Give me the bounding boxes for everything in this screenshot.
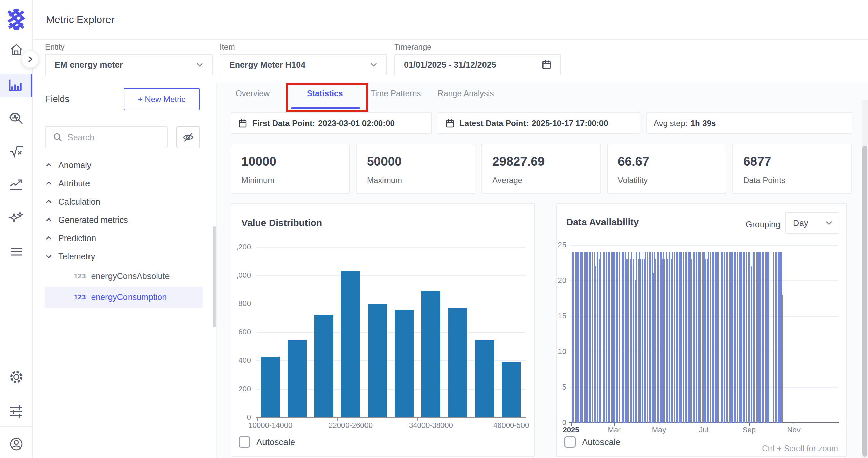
x-axis-tick	[257, 418, 258, 421]
field-search-input[interactable]	[67, 132, 159, 142]
app-logo-icon	[7, 9, 25, 32]
x-axis-label: Jul	[683, 425, 724, 434]
chevron-up-icon	[45, 161, 53, 169]
toggle-hidden-fields-button[interactable]	[176, 126, 200, 148]
chevron-down-icon	[196, 63, 203, 67]
tree-group-calculation[interactable]: Calculation	[33, 192, 217, 211]
fields-panel-scrollbar-thumb[interactable]	[213, 226, 216, 327]
stat-card-maximum: 50000Maximum	[356, 144, 475, 194]
x-axis-tick	[337, 418, 338, 421]
x-axis-label: May	[638, 425, 679, 434]
tree-item-label: energyConsumption	[91, 292, 167, 302]
value-distribution-card: Value Distribution 0200400600800,000,200…	[231, 203, 535, 457]
sidebar-item-menu[interactable]	[0, 240, 32, 264]
calendar-icon	[445, 118, 455, 128]
stat-value: 66.67	[618, 154, 649, 169]
chip-value: 2023-03-01 02:00:00	[318, 119, 395, 128]
info-chip-first-data-point: First Data Point:2023-03-01 02:00:00	[231, 112, 432, 134]
item-label: Item	[220, 43, 235, 52]
stat-value: 10000	[241, 154, 276, 169]
tree-group-telemetry[interactable]: Telemetry	[33, 247, 217, 266]
stat-label: Minimum	[241, 175, 274, 185]
tree-group-label: Calculation	[58, 197, 100, 207]
chip-label: Latest Data Point:	[459, 119, 529, 128]
gridline	[256, 332, 526, 333]
y-axis-label: 600	[231, 327, 251, 337]
item-select[interactable]: Energy Meter H104	[220, 54, 387, 75]
stat-card-data-points: 6877Data Points	[732, 144, 852, 194]
tab-time-patterns[interactable]: Time Patterns	[371, 89, 421, 98]
numeric-field-icon: 123	[74, 272, 86, 280]
timerange-label: Timerange	[394, 43, 431, 52]
data-availability-card: Data Availability Grouping Day 051015202…	[556, 203, 847, 457]
tree-item-energyconsumption[interactable]: 123energyConsumption	[45, 287, 203, 308]
tree-group-label: Prediction	[58, 233, 96, 243]
sidebar-item-settings[interactable]	[0, 365, 32, 389]
sidebar-item-profile[interactable]	[0, 432, 32, 456]
sidebar-item-trends[interactable]	[0, 172, 32, 196]
sidebar-item-calculation[interactable]	[0, 140, 32, 163]
autoscale-checkbox[interactable]	[239, 436, 250, 448]
histogram-bar	[288, 340, 307, 417]
tree-item-label: energyConsAbsolute	[91, 271, 170, 281]
fields-panel-title: Fields	[45, 94, 70, 104]
stat-card-minimum: 10000Minimum	[231, 144, 350, 194]
tree-item-energyconsabsolute[interactable]: 123energyConsAbsolute	[45, 266, 203, 287]
eye-off-icon	[182, 132, 194, 143]
y-axis-label: 200	[231, 384, 251, 394]
autoscale-checkbox[interactable]	[564, 436, 576, 448]
sidebar-item-ai-assistant[interactable]	[0, 207, 32, 230]
autoscale-toggle-left[interactable]: Autoscale	[239, 436, 295, 448]
sidebar-item-metric-explorer[interactable]	[0, 74, 32, 97]
y-axis-label: ,000	[231, 271, 251, 280]
timerange-picker[interactable]: 01/01/2025 - 31/12/2025	[394, 54, 561, 75]
tab-range-analysis[interactable]: Range Analysis	[438, 89, 494, 98]
chevron-down-icon	[45, 253, 53, 260]
chip-label: First Data Point:	[252, 119, 315, 128]
value-distribution-plot: 0200400600800,000,20010000-1400022000-26…	[231, 204, 536, 457]
chip-label: Avg step:	[654, 119, 688, 128]
trend-line-icon	[8, 176, 24, 192]
search-icon	[53, 133, 62, 142]
new-metric-button[interactable]: + New Metric	[124, 88, 200, 110]
x-axis-label: Mar	[594, 425, 635, 434]
y-axis-label: 15	[557, 311, 566, 321]
chevron-up-icon	[45, 234, 53, 242]
sparkles-icon	[8, 210, 24, 227]
stat-label: Data Points	[743, 175, 785, 185]
home-icon	[8, 42, 24, 58]
tree-group-attribute[interactable]: Attribute	[33, 174, 217, 192]
histogram-bar	[448, 308, 467, 417]
tree-group-anomaly[interactable]: Anomaly	[33, 156, 217, 174]
y-axis-label: 5	[557, 382, 566, 392]
chevron-up-icon	[45, 180, 53, 187]
tree-group-generated-metrics[interactable]: Generated metrics	[33, 211, 217, 229]
calendar-icon	[238, 118, 248, 128]
chip-value: 1h 39s	[691, 119, 716, 128]
sidebar-divider	[0, 426, 32, 427]
page-scrollbar-thumb[interactable]	[862, 146, 867, 457]
histogram-bar	[368, 304, 387, 417]
sidebar-item-anomaly-search[interactable]	[0, 107, 32, 130]
chevron-up-icon	[45, 198, 53, 205]
chevron-down-icon	[370, 63, 377, 67]
x-axis-tick	[417, 418, 418, 421]
y-axis-label: ,200	[231, 242, 251, 252]
tree-group-label: Generated metrics	[58, 215, 128, 225]
stat-card-average: 29827.69Average	[481, 144, 601, 194]
tree-group-prediction[interactable]: Prediction	[33, 229, 217, 247]
zoom-hint: Ctrl + Scroll for zoom	[703, 444, 838, 453]
histogram-bar	[395, 310, 414, 417]
autoscale-toggle-right[interactable]: Autoscale	[564, 436, 620, 448]
fields-panel: Fields + New Metric AnomalyAttributeCalc…	[33, 82, 217, 458]
entity-select[interactable]: EM energy meter	[45, 54, 213, 75]
gear-icon	[8, 369, 24, 385]
info-chip-avg-step: Avg step:1h 39s	[646, 112, 852, 134]
gridline	[256, 275, 526, 276]
sidebar	[0, 0, 33, 458]
x-axis-label: 46000-500	[481, 421, 542, 430]
sidebar-item-preferences[interactable]	[0, 400, 32, 423]
sidebar-expand-button[interactable]	[21, 50, 39, 68]
filters-bar: Entity EM energy meter Item Energy Meter…	[33, 40, 868, 82]
tab-overview[interactable]: Overview	[236, 89, 270, 98]
